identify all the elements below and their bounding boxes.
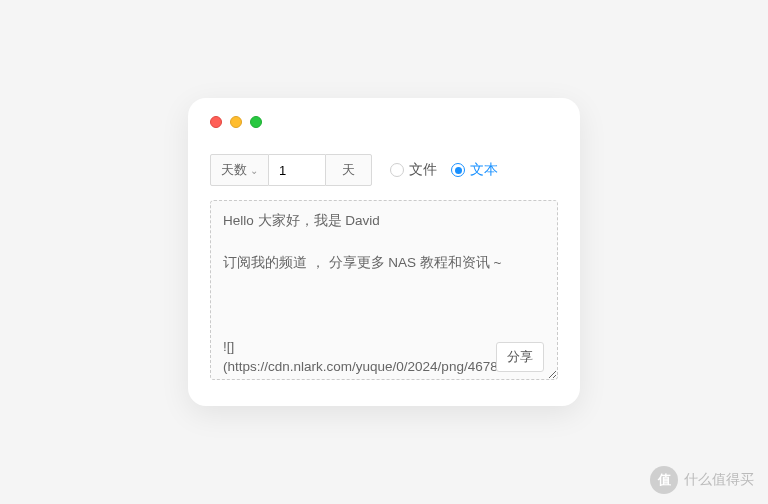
expiry-dropdown[interactable]: 天数 ⌄ <box>210 154 269 186</box>
content-area: 分享 <box>210 200 558 384</box>
radio-file-label: 文件 <box>409 161 437 179</box>
radio-text[interactable]: 文本 <box>451 161 498 179</box>
watermark-badge-icon: 值 <box>650 466 678 494</box>
traffic-lights <box>210 116 558 128</box>
expiry-dropdown-label: 天数 <box>221 161 247 179</box>
watermark-text: 什么值得买 <box>684 471 754 489</box>
expiry-value-input[interactable] <box>269 154 325 186</box>
options-row: 天数 ⌄ 天 文件 文本 <box>210 154 558 186</box>
radio-circle-icon <box>451 163 465 177</box>
radio-file[interactable]: 文件 <box>390 161 437 179</box>
radio-text-label: 文本 <box>470 161 498 179</box>
share-button[interactable]: 分享 <box>496 342 544 372</box>
chevron-down-icon: ⌄ <box>250 165 258 176</box>
radio-circle-icon <box>390 163 404 177</box>
maximize-icon[interactable] <box>250 116 262 128</box>
close-icon[interactable] <box>210 116 222 128</box>
mode-radio-group: 文件 文本 <box>390 161 498 179</box>
watermark: 值 什么值得买 <box>650 466 754 494</box>
expiry-unit-label: 天 <box>325 154 372 186</box>
app-window: 天数 ⌄ 天 文件 文本 分享 <box>188 98 580 406</box>
minimize-icon[interactable] <box>230 116 242 128</box>
expiry-input-group: 天数 ⌄ 天 <box>210 154 372 186</box>
